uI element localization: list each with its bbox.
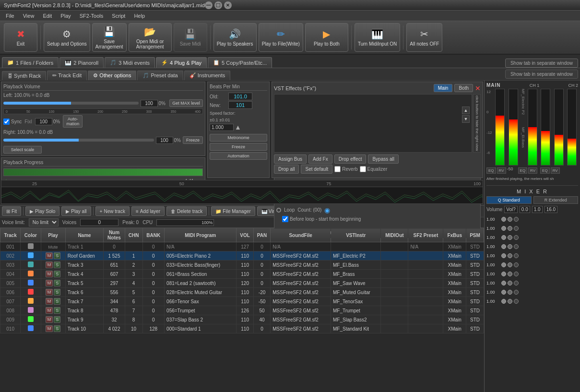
fit-btn[interactable]: ⊞ Fit: [2, 206, 21, 216]
mixer-knob2-9[interactable]: [508, 299, 512, 304]
mixer-knob3-1[interactable]: [514, 226, 519, 231]
ch2-eq-btn[interactable]: EQ: [540, 167, 550, 174]
automation-btn[interactable]: Auto-mation: [63, 115, 83, 128]
mute-btn-9[interactable]: M: [46, 325, 53, 332]
reverb-check[interactable]: Reverb: [334, 165, 357, 174]
mixer-knob2-6[interactable]: [508, 272, 512, 276]
right-vol-input[interactable]: [156, 137, 173, 144]
tab-plug-play[interactable]: ⚡ 4 Plug & Play: [156, 57, 207, 68]
mute-btn-4[interactable]: M: [46, 280, 53, 286]
vst-both-btn[interactable]: Both: [454, 84, 473, 92]
new-track-btn[interactable]: + New track: [95, 206, 130, 216]
before-loop-check[interactable]: Before loop - start from beginning: [282, 216, 397, 223]
subtab-other-options[interactable]: ⚙ Other options: [88, 71, 136, 80]
mixer-knob3-8[interactable]: [514, 290, 519, 295]
get-max-level-btn[interactable]: Get MAX level: [169, 99, 203, 107]
mixer-knob2-7[interactable]: [508, 281, 512, 285]
mixer-knob2-3[interactable]: [508, 244, 512, 249]
mixer-knob2-8[interactable]: [508, 290, 512, 295]
mixer-knob2-4[interactable]: [508, 253, 512, 258]
play-both-button[interactable]: ▶ Play to Both: [305, 23, 348, 52]
freeze-btn[interactable]: Freeze: [183, 136, 203, 144]
all-notes-off-button[interactable]: ✂ All notes OFF: [406, 23, 442, 52]
play-file-button[interactable]: ✏ Play to File(Write): [259, 23, 303, 52]
metronome-btn[interactable]: Metronome: [210, 134, 267, 142]
mute-btn-3[interactable]: M: [46, 271, 53, 277]
mixer-knob2-0[interactable]: [508, 217, 512, 222]
delete-track-btn[interactable]: 🗑 Delete track: [166, 206, 207, 216]
select-scale-btn[interactable]: Select scale: [3, 146, 42, 154]
mixer-extended-tab[interactable]: R Extended: [533, 196, 579, 204]
drop-effect-btn[interactable]: Drop effect: [334, 154, 367, 164]
mixer-knob-1[interactable]: [501, 226, 506, 231]
add-fx-btn[interactable]: Add Fx: [308, 154, 332, 164]
midi-input-button[interactable]: 🎹 Turn MidiInput ON: [355, 23, 400, 52]
exit-button[interactable]: ✖ Exit: [4, 23, 37, 52]
mixer-knob-8[interactable]: [501, 290, 506, 295]
minimize-btn[interactable]: ─: [205, 1, 213, 9]
maximize-btn[interactable]: □: [214, 1, 222, 9]
menu-view[interactable]: View: [19, 12, 38, 20]
mixer-knob3-5[interactable]: [514, 262, 519, 267]
right-vol-slider[interactable]: [3, 139, 154, 142]
mixer-knob3-2[interactable]: [514, 235, 519, 240]
drop-all-btn[interactable]: Drop all: [274, 165, 299, 174]
play-solo-btn[interactable]: ▶ Play Solo: [25, 206, 59, 216]
loop-counter-btn[interactable]: ◉: [324, 206, 330, 214]
tab-midi-events[interactable]: 🎵 3 Midi events: [105, 57, 155, 68]
solo-btn-2[interactable]: S: [54, 261, 60, 268]
mute-btn-7[interactable]: M: [46, 307, 53, 314]
voice-limit-select[interactable]: No limit: [29, 218, 59, 226]
mixer-knob-4[interactable]: [501, 253, 506, 258]
solo-btn-5[interactable]: S: [54, 289, 60, 296]
mute-btn-1[interactable]: M: [46, 252, 53, 259]
left-vol-slider[interactable]: [3, 102, 139, 105]
mixer-knob2-1[interactable]: [508, 226, 512, 231]
tab-copy-paste[interactable]: 📋 5 Copy/Paste/Etc...: [208, 57, 272, 68]
solo-btn-6[interactable]: S: [54, 298, 60, 305]
mixer-standard-tab[interactable]: Q Standard: [486, 196, 532, 204]
mixer-knob-2[interactable]: [501, 235, 506, 240]
vst-close-btn[interactable]: ✕: [475, 84, 481, 92]
menu-script[interactable]: Script: [108, 12, 129, 20]
bpm-freeze-btn[interactable]: Freeze: [210, 143, 267, 151]
solo-btn-3[interactable]: S: [54, 271, 60, 277]
progress-bar[interactable]: [3, 168, 203, 176]
main-rv-btn[interactable]: RV: [497, 167, 506, 174]
mute-btn-5[interactable]: M: [46, 289, 53, 296]
bpm-auto-btn[interactable]: Automation: [210, 152, 267, 160]
mute-btn-2[interactable]: M: [46, 261, 53, 268]
vst-side-btn[interactable]: click button to hide the right view: [473, 94, 481, 153]
ch1-eq-btn[interactable]: EQ: [518, 167, 528, 174]
subtab-track-edit[interactable]: ✏ Track Edit: [47, 71, 87, 80]
save-arrangement-button[interactable]: 💾 SaveArrangement: [92, 23, 127, 52]
mixer-knob-3[interactable]: [501, 244, 506, 249]
solo-btn-9[interactable]: S: [54, 325, 60, 332]
menu-sf2tools[interactable]: SF2-Tools: [76, 12, 107, 20]
close-btn[interactable]: ×: [224, 1, 232, 9]
menu-file[interactable]: File: [2, 12, 18, 20]
mixer-knob3-6[interactable]: [514, 272, 519, 276]
speed-up-btn[interactable]: ▲: [235, 123, 241, 131]
mixer-knob-5[interactable]: [501, 262, 506, 267]
vst-scroll-down[interactable]: ▼: [462, 115, 470, 123]
loop-radio[interactable]: [276, 208, 281, 213]
mixer-knob-0[interactable]: [501, 217, 506, 222]
speed-factor-input[interactable]: [210, 124, 234, 131]
mixer-knob-9[interactable]: [501, 299, 506, 304]
setup-button[interactable]: ⚙ Setup and Options: [44, 23, 90, 52]
mixer-knob3-9[interactable]: [514, 299, 519, 304]
voices-input[interactable]: [80, 219, 118, 226]
subtab-window-btn[interactable]: Show tab in separate window: [505, 70, 578, 79]
set-default-btn[interactable]: Set default: [301, 165, 332, 174]
file-manager-btn[interactable]: 📁 File Manager: [211, 206, 255, 216]
vst-scroll-up[interactable]: ▲: [462, 107, 470, 114]
tab1-window-btn[interactable]: Show tab in separate window: [505, 59, 578, 68]
play-all-btn[interactable]: ▶ Play all: [61, 206, 91, 216]
main-eq-btn[interactable]: EQ: [486, 167, 496, 174]
sync-check[interactable]: Sync: [3, 119, 22, 125]
subtab-instruments[interactable]: 🎸 Instruments: [184, 71, 231, 80]
ch2-rv-btn[interactable]: RV: [551, 167, 560, 174]
mixer-knob3-3[interactable]: [514, 244, 519, 249]
save-midi-button[interactable]: 💾 Save Midi: [174, 23, 207, 52]
